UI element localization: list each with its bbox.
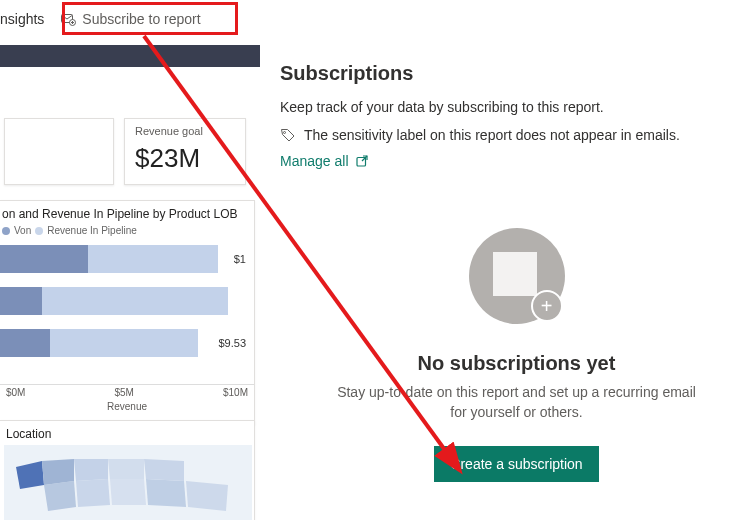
- bar-row: [0, 286, 254, 316]
- kpi-title: Revenue goal: [135, 125, 235, 137]
- report-preview-column: nsights Subscribe to report Revenue goal…: [0, 0, 260, 520]
- kpi-value: $23M: [135, 143, 235, 174]
- plus-icon: +: [531, 290, 563, 322]
- empty-state-description: Stay up-to-date on this report and set u…: [337, 383, 697, 422]
- empty-state-icon: +: [469, 228, 565, 324]
- subscriptions-panel: Subscriptions Keep track of your data by…: [280, 0, 753, 520]
- legend-swatch-won: [2, 227, 10, 235]
- axis-label: Revenue: [107, 401, 147, 412]
- chart-title: on and Revenue In Pipeline by Product LO…: [0, 207, 254, 221]
- legend-swatch-pipeline: [35, 227, 43, 235]
- bar-value-label: $9.53: [216, 337, 248, 349]
- pipeline-bar-chart-card[interactable]: on and Revenue In Pipeline by Product LO…: [0, 200, 255, 425]
- manage-all-link[interactable]: Manage all: [280, 153, 349, 169]
- subscribe-to-report-button[interactable]: Subscribe to report: [54, 9, 206, 29]
- kpi-tile-blank: [4, 118, 114, 185]
- chart-x-axis: $0M $5M $10M Revenue: [0, 384, 254, 414]
- map-title: Location: [6, 427, 250, 441]
- open-external-icon: [355, 154, 369, 168]
- manage-all-row: Manage all: [280, 153, 743, 169]
- svg-point-5: [284, 132, 286, 134]
- bar-segment-won: [0, 287, 42, 315]
- bar-segment-pipeline: [42, 287, 228, 315]
- sensitivity-notice-text: The sensitivity label on this report doe…: [304, 127, 680, 143]
- insights-tab-partial[interactable]: nsights: [0, 11, 48, 27]
- panel-description: Keep track of your data by subscribing t…: [280, 99, 743, 115]
- bar-segment-won: [0, 329, 50, 357]
- subscribe-icon: [60, 11, 76, 27]
- axis-tick: $0M: [6, 387, 25, 414]
- empty-state: + No subscriptions yet Stay up-to-date o…: [337, 228, 697, 482]
- axis-tick: $10M: [223, 387, 248, 414]
- bar-segment-pipeline: [50, 329, 198, 357]
- bar-segment-pipeline: [88, 245, 218, 273]
- bar-row: $9.53: [0, 328, 254, 358]
- location-map-card[interactable]: Location: [0, 420, 255, 520]
- legend-won-label: Von: [14, 225, 31, 236]
- legend-pipeline-label: Revenue In Pipeline: [47, 225, 137, 236]
- svg-line-7: [362, 156, 367, 161]
- bar-segment-won: [0, 245, 88, 273]
- bar-value-label: $1: [232, 253, 248, 265]
- create-subscription-button[interactable]: Create a subscription: [434, 446, 598, 482]
- tag-icon: [280, 127, 296, 143]
- report-header-stripe: [0, 45, 260, 67]
- chart-legend: Von Revenue In Pipeline: [0, 225, 254, 236]
- panel-heading: Subscriptions: [280, 62, 743, 85]
- kpi-tile-revenue-goal[interactable]: Revenue goal $23M: [124, 118, 246, 185]
- empty-state-title: No subscriptions yet: [337, 352, 697, 375]
- report-toolbar: nsights Subscribe to report: [0, 0, 260, 37]
- chart-bar-area: $1 $9.53: [0, 244, 254, 384]
- bar-row: $1: [0, 244, 254, 274]
- kpi-tiles-row: Revenue goal $23M: [4, 118, 246, 185]
- subscribe-button-label: Subscribe to report: [82, 11, 200, 27]
- us-map-icon: [4, 445, 252, 520]
- sensitivity-notice-row: The sensitivity label on this report doe…: [280, 127, 743, 143]
